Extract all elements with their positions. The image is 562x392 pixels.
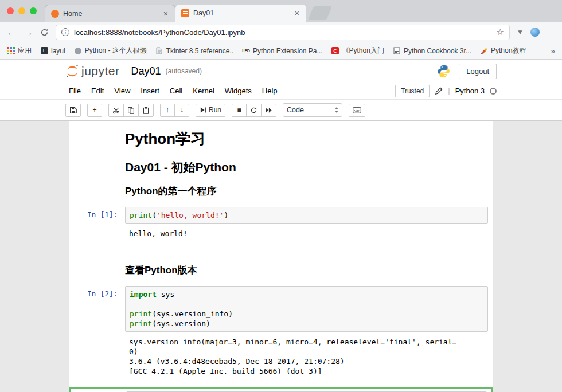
jupyter-logo[interactable]: jupyter — [65, 64, 120, 79]
window-minimize-button[interactable] — [18, 7, 25, 14]
heading-python-version: 查看Python版本 — [125, 264, 488, 277]
output-prompt — [69, 335, 125, 338]
page-icon — [155, 47, 163, 55]
menu-view[interactable]: View — [109, 87, 135, 95]
bookmark-label: layui — [51, 47, 65, 55]
bookmark-apps[interactable]: 应用 — [7, 46, 32, 56]
run-cell-button[interactable]: Run — [196, 104, 225, 117]
browser-tab-day01[interactable]: Day01 × — [175, 5, 306, 22]
browser-tab-home[interactable]: Home × — [45, 5, 175, 22]
cell-type-dropdown[interactable]: Code — [283, 103, 342, 117]
bookmarks-bar: 应用 L layui Python - 这个人很懒 Tkinter 8.5 re… — [0, 42, 562, 60]
plus-icon: + — [92, 107, 96, 113]
python-logo-icon — [436, 64, 451, 79]
cell-type-value: Code — [287, 106, 304, 114]
browser-tab-strip: Home × Day01 × — [0, 0, 562, 22]
output-area-2: sys.version_info(major=3, minor=6, micro… — [69, 335, 493, 378]
arrow-up-icon: ↑ — [166, 107, 169, 113]
code-input[interactable]: print('hello, world!') — [125, 207, 488, 224]
empty-code-cell-selected[interactable]: In [ ]: — [69, 387, 493, 392]
select-arrows-icon — [335, 107, 338, 113]
url-text[interactable]: localhost:8888/notebooks/PythonCode/Day0… — [74, 28, 492, 37]
output-text: hello, world! — [125, 226, 488, 241]
code-cell-2[interactable]: In [2]: import sys print(sys.version_inf… — [69, 286, 493, 332]
output-text: sys.version_info(major=3, minor=6, micro… — [125, 335, 488, 378]
save-icon — [69, 107, 77, 114]
paste-icon — [142, 107, 150, 114]
code-cell-1[interactable]: In [1]: print('hello, world!') — [69, 207, 493, 224]
move-cell-down-button[interactable]: ↓ — [174, 104, 189, 117]
feather-icon — [480, 47, 488, 55]
command-palette-button[interactable] — [349, 104, 365, 117]
bookmark-python-cookbook[interactable]: Python Cookbook 3r... — [393, 47, 471, 55]
menu-help[interactable]: Help — [257, 87, 283, 95]
back-icon[interactable]: ← — [7, 28, 17, 37]
cell-spacer — [69, 241, 493, 254]
reload-icon[interactable] — [40, 28, 49, 37]
tab-close-icon[interactable]: × — [162, 10, 169, 18]
autosave-status: (autosaved) — [166, 67, 202, 75]
page-info-icon[interactable]: i — [61, 28, 69, 36]
bookmark-tkinter-reference[interactable]: Tkinter 8.5 reference.. — [155, 47, 233, 55]
notebook-favicon — [181, 9, 189, 17]
extension-triangle-icon[interactable]: ▼ — [517, 28, 524, 36]
paste-cell-button[interactable] — [138, 104, 154, 117]
add-cell-button[interactable]: + — [87, 104, 102, 117]
jupyter-header: jupyter Day01 (autosaved) Logout — [0, 60, 562, 83]
bookmark-python-extension[interactable]: LFD Python Extension Pa... — [242, 47, 322, 55]
jupyter-favicon — [51, 10, 59, 18]
run-label: Run — [209, 106, 221, 114]
notebook-title[interactable]: Day01 — [131, 65, 161, 77]
bookmark-label: Python Cookbook 3r... — [404, 47, 471, 55]
window-zoom-button[interactable] — [30, 7, 37, 14]
heading-day01: Day01 - 初始Python — [125, 159, 488, 175]
menu-cell[interactable]: Cell — [165, 87, 188, 95]
markdown-cell-section[interactable]: Day01 - 初始Python — [125, 159, 488, 175]
heading-first-program: Python的第一个程序 — [125, 185, 488, 198]
bookmarks-overflow-icon[interactable]: » — [551, 46, 555, 56]
menu-kernel[interactable]: Kernel — [188, 87, 220, 95]
menu-file[interactable]: File — [65, 87, 86, 95]
restart-kernel-button[interactable] — [246, 104, 262, 117]
bookmark-python-tutorial[interactable]: Python教程 — [480, 46, 526, 56]
markdown-cell-title[interactable]: Python学习 — [125, 129, 488, 149]
forward-icon[interactable]: → — [24, 28, 33, 37]
move-cell-up-button[interactable]: ↑ — [160, 104, 175, 117]
jupyter-logo-icon — [65, 64, 79, 79]
layui-icon: L — [40, 47, 48, 55]
tab-close-icon[interactable]: × — [294, 9, 300, 17]
bookmark-python-blog[interactable]: Python - 这个人很懒 — [74, 46, 147, 56]
bookmark-layui[interactable]: L layui — [40, 47, 65, 55]
bookmark-python-intro[interactable]: C 《Python入门 — [331, 46, 384, 56]
output-prompt — [69, 226, 125, 230]
bookmark-star-icon[interactable]: ☆ — [497, 27, 504, 37]
output-area-1: hello, world! — [69, 226, 493, 241]
arrow-down-icon: ↓ — [180, 107, 184, 113]
interrupt-kernel-button[interactable]: ■ — [232, 104, 247, 117]
markdown-cell-sub1[interactable]: Python的第一个程序 — [125, 185, 488, 198]
kernel-name[interactable]: Python 3 — [455, 87, 485, 95]
extension-globe-icon[interactable] — [530, 28, 540, 37]
trusted-button[interactable]: Trusted — [395, 85, 430, 97]
address-bar[interactable]: i localhost:8888/notebooks/PythonCode/Da… — [56, 25, 510, 40]
notebook-scroll-area[interactable]: Python学习 Day01 - 初始Python Python的第一个程序 I… — [0, 121, 562, 392]
restart-run-all-button[interactable] — [261, 104, 276, 117]
status-divider: | — [448, 87, 450, 95]
keyboard-icon — [353, 107, 361, 113]
menu-insert[interactable]: Insert — [135, 87, 165, 95]
menu-widgets[interactable]: Widgets — [220, 87, 257, 95]
save-button[interactable] — [65, 104, 81, 117]
bookmark-label: Python Extension Pa... — [253, 47, 322, 55]
window-close-button[interactable] — [7, 7, 14, 14]
logout-button[interactable]: Logout — [459, 64, 497, 79]
jupyter-menubar: File Edit View Insert Cell Kernel Widget… — [0, 83, 562, 100]
menu-edit[interactable]: Edit — [86, 87, 109, 95]
copy-cell-button[interactable] — [123, 104, 139, 117]
markdown-cell-sub2[interactable]: 查看Python版本 — [125, 264, 488, 277]
code-input[interactable]: import sys print(sys.version_info)print(… — [125, 286, 488, 332]
jupyter-wordmark: jupyter — [81, 64, 120, 78]
bookmark-label: Python - 这个人很懒 — [85, 46, 147, 56]
cut-cell-button[interactable] — [108, 104, 124, 117]
new-tab-button[interactable] — [308, 6, 332, 20]
jupyter-toolbar: + ↑ ↓ Run ■ — [0, 100, 562, 121]
